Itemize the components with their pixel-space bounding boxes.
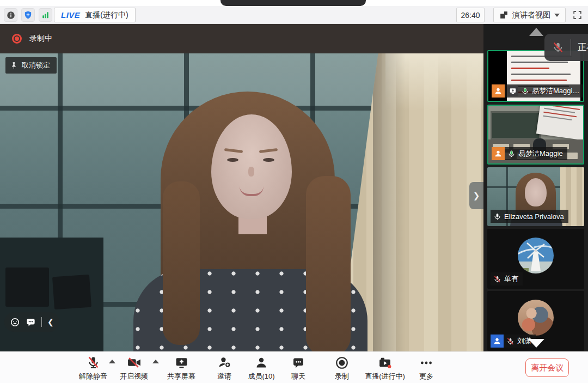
members-label: 成员(10) — [248, 372, 274, 381]
meeting-info-button[interactable] — [4, 8, 17, 22]
info-icon — [6, 10, 16, 20]
unpin-label: 取消锁定 — [22, 60, 50, 70]
speaker-video[interactable]: 取消锁定 ❮ ❯ — [0, 53, 483, 351]
view-mode-label: 演讲者视图 — [512, 10, 550, 20]
start-video-label: 开启视频 — [120, 372, 148, 381]
more-label: 更多 — [419, 372, 433, 381]
more-dots-icon — [419, 356, 433, 370]
chat-button[interactable]: 聊天 — [277, 355, 320, 381]
chat-icon — [292, 356, 305, 369]
live-stream-button[interactable]: 直播(进行中) — [358, 355, 412, 381]
camera-off-icon — [127, 356, 142, 369]
reaction-pill: ❮ — [4, 312, 59, 332]
mic-muted-icon — [552, 41, 564, 53]
cohost-badge-icon — [491, 335, 504, 348]
participant-name: 易梦洁Maggie — [518, 149, 563, 159]
view-mode-selector[interactable]: 演讲者视图 — [493, 8, 566, 22]
participant-name: Elizaveta Privalova — [504, 212, 564, 221]
share-screen-icon — [175, 356, 188, 369]
invite-label: 邀请 — [217, 372, 231, 381]
host-badge-icon — [492, 84, 505, 98]
mic-on-icon — [493, 212, 501, 221]
unmute-button[interactable]: 解除静音 — [71, 355, 115, 381]
security-button[interactable] — [21, 8, 35, 22]
share-screen-label: 共享屏幕 — [167, 372, 195, 381]
photo-avatar — [518, 300, 554, 336]
mic-speaking-icon — [507, 150, 516, 158]
participant-tile-classroom[interactable]: 易梦洁Maggie — [487, 105, 584, 165]
participants-sidebar: 正在 易梦洁Maggi… — [483, 24, 588, 351]
live-status-text: 直播(进行中) — [85, 10, 128, 20]
meeting-top-bar: LIVE 直播(进行中) 26:40 演讲者视图 — [0, 6, 588, 24]
invite-person-icon — [218, 356, 231, 369]
record-icon — [335, 356, 349, 370]
mic-speaking-icon — [521, 87, 529, 95]
share-screen-button[interactable]: 共享屏幕 — [160, 355, 203, 381]
fullscreen-icon — [572, 10, 583, 20]
speaking-indicator-tooltip: 正在 — [544, 34, 588, 61]
participant-name: 易梦洁Maggi… — [532, 86, 579, 96]
start-video-button[interactable]: 开启视频 — [112, 355, 156, 381]
windmill-avatar — [518, 238, 554, 273]
chat-label: 聊天 — [291, 372, 305, 381]
speaking-tooltip-text: 正在 — [578, 42, 588, 53]
mic-muted-icon — [506, 337, 514, 345]
participant-name: 单有 — [504, 274, 518, 284]
desk-area — [0, 238, 103, 351]
emoji-icon[interactable] — [10, 317, 20, 327]
leave-meeting-button[interactable]: 离开会议 — [525, 358, 569, 377]
participant-tile-webcam[interactable]: Elizaveta Privalova — [487, 167, 584, 226]
network-status-button[interactable] — [39, 8, 52, 22]
fullscreen-button[interactable] — [571, 8, 584, 22]
mic-muted-icon — [87, 356, 100, 369]
recording-dot-icon — [12, 34, 22, 44]
live-tv-icon — [378, 356, 392, 369]
unpin-button[interactable]: 取消锁定 — [5, 57, 57, 74]
collapse-chevron-left-icon[interactable]: ❮ — [47, 318, 54, 326]
pin-icon — [10, 62, 18, 70]
live-badge-text: LIVE — [61, 10, 80, 20]
meeting-timer: 26:40 — [456, 8, 485, 22]
scroll-up-arrow[interactable] — [529, 28, 543, 36]
meeting-toolbar: 解除静音 开启视频 共享屏幕 邀请 成员(10) 聊天 — [0, 351, 588, 383]
video-options-caret[interactable] — [152, 360, 159, 363]
live-status-badge[interactable]: LIVE 直播(进行中) — [54, 8, 136, 22]
screen-notch — [220, 0, 366, 6]
unmute-label: 解除静音 — [79, 372, 107, 381]
chevron-down-icon — [554, 14, 560, 17]
host-badge-icon — [492, 147, 505, 160]
recording-banner: 录制中 — [0, 24, 483, 53]
screen-share-badge-icon — [507, 86, 518, 96]
recording-label: 录制中 — [29, 34, 52, 44]
signal-bars-icon — [41, 10, 50, 20]
mic-muted-icon — [493, 275, 501, 283]
main-stage: 录制中 取消锁定 — [0, 24, 483, 351]
chevron-right-icon: ❯ — [473, 191, 480, 200]
sidebar-toggle-handle[interactable]: ❯ — [469, 182, 483, 209]
quick-chat-icon[interactable] — [26, 317, 36, 327]
live-stream-label: 直播(进行中) — [365, 372, 405, 381]
members-icon — [255, 356, 268, 369]
shield-icon — [23, 10, 33, 20]
layout-icon — [499, 10, 509, 20]
more-button[interactable]: 更多 — [405, 355, 448, 381]
participant-tile-avatar-windmill[interactable]: 单有 — [487, 229, 584, 289]
record-button[interactable]: 录制 — [320, 355, 364, 381]
scroll-down-arrow[interactable] — [528, 339, 544, 348]
record-label: 录制 — [335, 372, 349, 381]
